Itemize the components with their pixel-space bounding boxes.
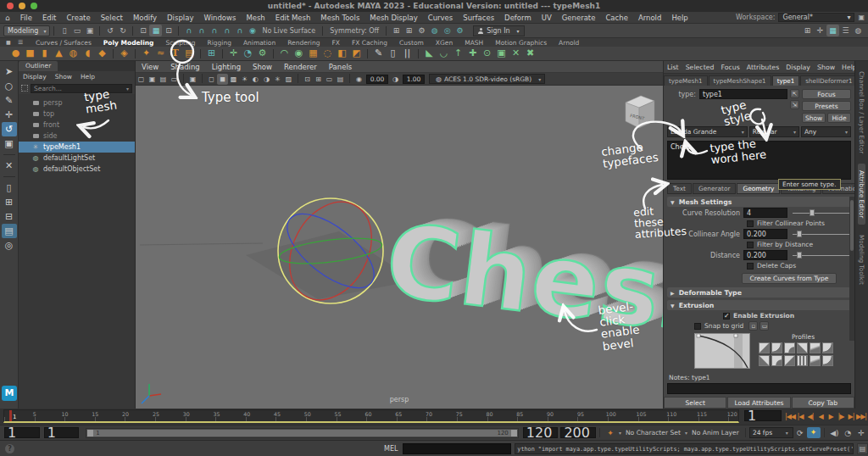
zoom-tool-icon[interactable]: ◎ [2,238,17,253]
viewport-menu-item[interactable]: Lighting [206,63,247,71]
rotate-manipulator[interactable] [250,187,411,314]
command-language-toggle[interactable]: MEL [384,445,398,453]
playback-end-field[interactable]: 120 [523,427,559,438]
type-attributes-subtab[interactable]: Generator [693,183,737,194]
menu-item[interactable]: Deform [499,14,537,22]
exposure-field[interactable]: 0.00 [366,75,388,84]
type-tool-icon[interactable]: T [168,47,182,59]
render-frame-icon[interactable]: ◍ [428,25,441,36]
playback-start-field[interactable]: 1 [44,427,80,438]
font-select[interactable]: Lucida Grande▾ [667,126,748,137]
viewport-menu-item[interactable]: View [136,63,164,71]
attribute-editor-menu-item[interactable]: Focus [717,64,743,71]
poly-cube-icon[interactable]: ■ [23,47,37,59]
playback-loop-icon[interactable]: ⟳ [793,429,807,437]
attribute-editor-tab[interactable]: typeMeshShape1 [709,75,771,86]
shelf-tab[interactable]: Curves / Surfaces [30,39,97,47]
attribute-editor-menu-item[interactable]: List [664,64,682,71]
profile-thumbnail[interactable] [784,355,795,366]
character-controls-icon[interactable]: ✛ [854,429,868,437]
svg-tool-icon[interactable]: ▤ [182,47,197,59]
auto-key-icon[interactable]: ✦ [807,427,821,438]
snap-to-grid-checkbox[interactable] [694,323,701,330]
focus-in-icon[interactable]: ⇱ [790,89,799,98]
current-frame-marker[interactable] [9,410,12,421]
uv-editor-icon[interactable]: ⊞ [204,47,219,59]
font-style-select[interactable]: Regular▾ [749,126,799,137]
menu-item[interactable]: Display [162,14,198,22]
shelf-tab[interactable]: Poly Modeling [97,39,160,47]
camera-select-icon[interactable]: ▢ [136,74,147,85]
lighting-all-icon[interactable]: ☀ [239,74,250,85]
sculpt-tool-icon[interactable]: ✦ [139,47,153,59]
profile-thumbnail[interactable] [771,355,782,366]
enable-extrusion-checkbox[interactable] [723,313,730,320]
character-set-label[interactable]: No Character Set [623,429,683,437]
bevel-icon[interactable]: ◣ [422,47,437,59]
curve-resolution-slider[interactable] [793,209,849,217]
notes-textarea[interactable] [667,383,851,394]
shadows-icon[interactable]: ◐ [250,74,261,85]
profile-thumbnail[interactable] [822,355,833,366]
outliner-item-side[interactable]: side [19,131,135,142]
focus-button[interactable]: Focus [802,89,851,99]
redo-icon[interactable]: ↻ [116,25,129,36]
filter-by-distance-checkbox[interactable] [747,242,754,248]
new-scene-icon[interactable]: ▯ [58,25,70,36]
shelf-tab[interactable]: FX [326,39,345,47]
viewport-menu-item[interactable]: Show [247,63,278,71]
poly-torus-icon[interactable]: ◍ [66,47,81,59]
exposure-toggle-icon[interactable]: ◉ [353,74,364,85]
extrusion-section-header[interactable]: ▼Extrusion [667,300,851,310]
save-scene-icon[interactable]: ▣ [83,25,96,36]
curve-resolution-field[interactable]: 4 [743,208,787,218]
range-start-handle[interactable] [87,430,93,437]
select-icon[interactable]: ➤ [2,64,17,79]
snap-view-plane-icon[interactable]: ∩ [233,25,246,36]
step-forward-icon[interactable]: ▶| [846,411,856,423]
move-icon[interactable]: ✛ [2,108,17,122]
layout-outliner-icon[interactable]: ▤ [2,224,17,238]
attribute-editor-tab[interactable]: typeMesh1 [664,75,708,86]
profile-thumbnail[interactable] [759,342,770,353]
menu-item[interactable]: Cache [600,14,632,22]
presets-button[interactable]: Presets [802,101,851,111]
make-live-icon[interactable]: ◉ [246,25,259,36]
menu-item[interactable]: Surfaces [458,14,499,22]
layout-single-icon[interactable]: ▯ [2,181,17,195]
font-weight-select[interactable]: Any▾ [801,126,851,137]
scale-icon[interactable]: ▣ [2,136,17,151]
focus-out-icon[interactable]: ⇲ [790,100,799,109]
mesh-settings-section-header[interactable]: ▼Mesh Settings [667,197,851,207]
shelf-tab[interactable]: Arnold [553,39,585,47]
anti-aliasing-icon[interactable]: ▨ [283,74,294,85]
snap-curve-icon[interactable]: ∩ [195,25,208,36]
command-input[interactable] [403,443,511,454]
workspace-layout-icon[interactable]: ▦ [826,25,839,36]
render-settings-icon[interactable]: ⚙ [453,25,466,36]
select-component-icon[interactable]: ⊡ [162,25,175,36]
attribute-editor-bottom-button[interactable]: Copy Tab [792,397,854,409]
character-set-menu-icon[interactable]: ▾ [619,430,621,436]
boolean-union-icon[interactable]: ◠ [277,47,292,59]
shelf-tab[interactable]: Motion Graphics [489,39,553,47]
range-end-handle[interactable] [511,430,517,437]
shelf-tab[interactable]: FX Caching [346,39,393,47]
anim-layer-label[interactable]: No Anim Layer [689,429,742,437]
fps-select[interactable]: 24 fps▾ [749,427,793,438]
channel-box-tab[interactable]: Channel Box / Layer Editor [858,64,865,160]
type-attributes-subtab[interactable]: Text [667,183,692,194]
select-object-icon[interactable]: ▦ [149,25,162,36]
outliner-item-front[interactable]: front [19,120,135,131]
maya-home-icon[interactable]: ⌂ [5,14,10,22]
xray-icon[interactable]: ⊞ [313,74,324,85]
rotate-icon[interactable]: ↺ [2,122,17,136]
separate-icon[interactable]: ◌ [320,47,335,59]
profile-thumbnail[interactable] [797,342,808,353]
shaded-mode-icon[interactable]: ◼ [217,74,228,85]
shelf-tab[interactable]: Rendering [281,39,326,47]
outliner-menu-item[interactable]: Help [76,73,99,81]
poly-cone-icon[interactable]: ▲ [52,47,66,59]
paint-select-icon[interactable]: ✎ [2,93,17,108]
ambient-occlusion-icon[interactable]: ◑ [261,74,272,85]
